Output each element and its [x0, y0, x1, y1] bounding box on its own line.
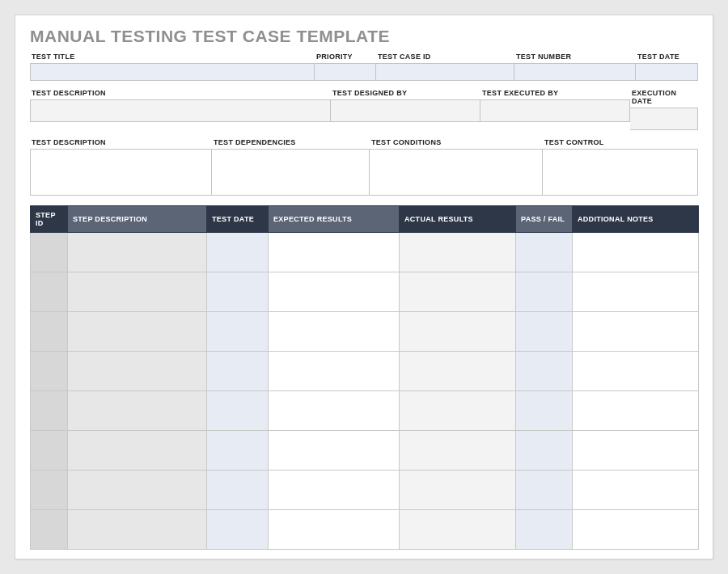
executed-by-field[interactable] [480, 99, 630, 122]
cell-expected-results[interactable] [269, 391, 400, 431]
cell-test-date[interactable] [207, 471, 269, 510]
cell-step-id[interactable] [31, 352, 68, 391]
cell-expected-results[interactable] [269, 272, 400, 312]
table-row [31, 431, 699, 471]
cell-pass-fail[interactable] [516, 312, 573, 352]
table-row [31, 272, 699, 312]
execution-date-label: EXECUTION DATE [630, 87, 698, 108]
cell-pass-fail[interactable] [516, 272, 573, 312]
cell-actual-results[interactable] [400, 471, 516, 510]
cell-test-date[interactable] [207, 352, 269, 391]
cell-test-date[interactable] [207, 431, 269, 471]
conditions-field[interactable] [370, 149, 543, 196]
test-date-label: TEST DATE [636, 51, 698, 63]
cell-expected-results[interactable] [269, 431, 400, 471]
cell-additional-notes[interactable] [573, 312, 699, 352]
cell-additional-notes[interactable] [573, 272, 699, 312]
cell-step-id[interactable] [31, 431, 68, 471]
test-description-field[interactable] [30, 99, 331, 122]
cell-step-id[interactable] [31, 272, 68, 312]
cell-step-description[interactable] [68, 272, 207, 312]
dependencies-label: TEST DEPENDENCIES [212, 137, 370, 149]
cell-step-id[interactable] [31, 510, 68, 550]
steps-table: STEP ID STEP DESCRIPTION TEST DATE EXPEC… [30, 205, 699, 550]
table-row [31, 391, 699, 431]
control-field[interactable] [543, 149, 698, 196]
executed-by-label: TEST EXECUTED BY [480, 87, 630, 99]
cell-test-date[interactable] [207, 510, 269, 550]
col-test-date: TEST DATE [207, 206, 269, 233]
test-number-field[interactable] [514, 63, 636, 81]
cell-step-id[interactable] [31, 391, 68, 431]
cell-additional-notes[interactable] [573, 233, 699, 272]
cell-expected-results[interactable] [269, 471, 400, 510]
header-row-1: TEST TITLE PRIORITY TEST CASE ID TEST NU… [30, 51, 698, 81]
header-row-2: TEST DESCRIPTION TEST DESIGNED BY TEST E… [30, 87, 698, 130]
cell-pass-fail[interactable] [516, 233, 573, 272]
cell-pass-fail[interactable] [516, 352, 573, 391]
table-row [31, 312, 699, 352]
priority-label: PRIORITY [315, 51, 376, 63]
test-description-label: TEST DESCRIPTION [30, 87, 331, 99]
designed-by-field[interactable] [331, 99, 480, 122]
col-additional-notes: ADDITIONAL NOTES [573, 206, 699, 233]
test-case-id-label: TEST CASE ID [376, 51, 514, 63]
test-case-id-field[interactable] [376, 63, 514, 81]
cell-expected-results[interactable] [269, 233, 400, 272]
cell-expected-results[interactable] [269, 352, 400, 391]
header-row-3: TEST DESCRIPTION TEST DEPENDENCIES TEST … [30, 137, 698, 196]
cell-test-date[interactable] [207, 391, 269, 431]
cell-actual-results[interactable] [400, 391, 516, 431]
col-pass-fail: PASS / FAIL [516, 206, 573, 233]
col-step-id: STEP ID [31, 206, 68, 233]
cell-step-id[interactable] [31, 312, 68, 352]
cell-additional-notes[interactable] [573, 471, 699, 510]
cell-pass-fail[interactable] [516, 431, 573, 471]
cell-additional-notes[interactable] [573, 510, 699, 550]
cell-pass-fail[interactable] [516, 510, 573, 550]
conditions-label: TEST CONDITIONS [370, 137, 543, 149]
cell-actual-results[interactable] [400, 352, 516, 391]
template-sheet: MANUAL TESTING TEST CASE TEMPLATE TEST T… [15, 15, 713, 559]
cell-pass-fail[interactable] [516, 391, 573, 431]
dependencies-field[interactable] [212, 149, 370, 196]
cell-step-description[interactable] [68, 352, 207, 391]
cell-additional-notes[interactable] [573, 391, 699, 431]
cell-test-date[interactable] [207, 233, 269, 272]
cell-step-description[interactable] [68, 391, 207, 431]
cell-step-description[interactable] [68, 431, 207, 471]
cell-test-date[interactable] [207, 312, 269, 352]
cell-step-description[interactable] [68, 510, 207, 550]
test-title-field[interactable] [30, 63, 315, 81]
steps-header-row: STEP ID STEP DESCRIPTION TEST DATE EXPEC… [31, 206, 699, 233]
cell-actual-results[interactable] [400, 272, 516, 312]
cell-step-description[interactable] [68, 471, 207, 510]
designed-by-label: TEST DESIGNED BY [331, 87, 480, 99]
control-label: TEST CONTROL [543, 137, 698, 149]
cell-actual-results[interactable] [400, 510, 516, 550]
cell-actual-results[interactable] [400, 431, 516, 471]
cell-step-id[interactable] [31, 471, 68, 510]
cell-step-id[interactable] [31, 233, 68, 272]
cell-actual-results[interactable] [400, 233, 516, 272]
execution-date-field[interactable] [630, 108, 698, 130]
test-title-label: TEST TITLE [30, 51, 315, 63]
cell-additional-notes[interactable] [573, 352, 699, 391]
cell-step-description[interactable] [68, 233, 207, 272]
cell-expected-results[interactable] [269, 312, 400, 352]
test-number-label: TEST NUMBER [514, 51, 636, 63]
test-description2-field[interactable] [30, 149, 212, 196]
table-row [31, 233, 699, 272]
test-date-field[interactable] [636, 63, 698, 81]
col-actual-results: ACTUAL RESULTS [400, 206, 516, 233]
test-description2-label: TEST DESCRIPTION [30, 137, 212, 149]
cell-test-date[interactable] [207, 272, 269, 312]
col-step-description: STEP DESCRIPTION [68, 206, 207, 233]
cell-additional-notes[interactable] [573, 431, 699, 471]
cell-expected-results[interactable] [269, 510, 400, 550]
cell-actual-results[interactable] [400, 312, 516, 352]
priority-field[interactable] [315, 63, 376, 81]
cell-pass-fail[interactable] [516, 471, 573, 510]
col-expected-results: EXPECTED RESULTS [269, 206, 400, 233]
cell-step-description[interactable] [68, 312, 207, 352]
